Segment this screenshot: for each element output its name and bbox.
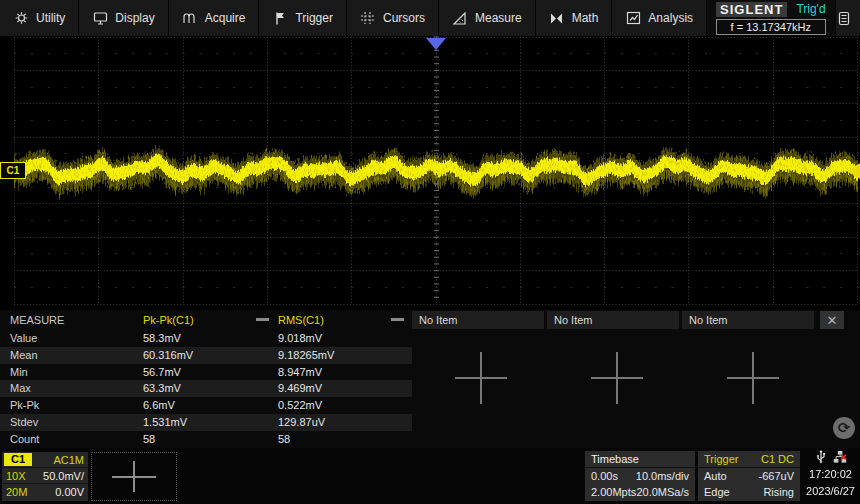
trigger-position-marker[interactable]	[426, 38, 446, 50]
stat-label: Max	[10, 382, 31, 394]
channel-volts-div: 50.0mV/	[43, 470, 84, 482]
channel-offset: 0.00V	[55, 486, 84, 498]
channel-attenuation: 10X	[6, 470, 26, 482]
trigger-source: C1 DC	[761, 453, 794, 465]
stat-value: 6.6mV	[143, 399, 175, 411]
channel-coupling: AC1M	[53, 454, 84, 466]
status-box: 17:20:02 2023/6/27	[802, 449, 859, 503]
stat-value: 1.531mV	[143, 416, 187, 428]
timebase-samplerate: 20.0MSa/s	[636, 486, 689, 498]
trigger-title: Trigger	[704, 453, 738, 465]
menu-display[interactable]: Display	[79, 0, 168, 36]
menu-label: Math	[572, 11, 599, 25]
stat-value: 9.469mV	[278, 382, 322, 394]
waveform-canvas	[0, 36, 860, 310]
reset-statistics-icon[interactable]: ⟳	[833, 417, 855, 439]
measure-col-rms[interactable]: RMS(C1)	[278, 311, 388, 329]
channel-offset-marker[interactable]: C1	[0, 162, 26, 179]
frequency-counter: f = 13.17347kHz	[716, 19, 826, 35]
timebase-scale: 10.0ms/div	[636, 470, 689, 482]
measure-col-pkpk[interactable]: Pk-Pk(C1)	[143, 311, 253, 329]
timebase-box[interactable]: Timebase 0.00s 10.0ms/div 2.00Mpts 20.0M…	[585, 451, 695, 501]
trigger-slope: Rising	[763, 486, 794, 498]
stat-label: Count	[10, 433, 39, 445]
channel-descriptor-box[interactable]: C1 AC1M 10X 50.0mV/ 20M 0.00V	[2, 452, 88, 501]
measure-col-empty[interactable]: No Item	[412, 311, 544, 329]
table-row: Min 56.7mV 8.947mV	[0, 364, 412, 381]
close-icon[interactable]: ✕	[820, 311, 844, 329]
trigger-type: Edge	[704, 486, 730, 498]
stat-value: 9.018mV	[278, 332, 322, 344]
channel-name-badge: C1	[4, 453, 32, 466]
stat-value: 58	[278, 433, 290, 445]
usb-icon	[815, 450, 827, 466]
measure-col-empty[interactable]: No Item	[547, 311, 679, 329]
channel-bandwidth: 20M	[6, 486, 27, 498]
menu-analysis[interactable]: Analysis	[612, 0, 707, 36]
add-measurement-button[interactable]	[727, 352, 779, 404]
stat-value: 58	[143, 433, 155, 445]
remove-measure-icon[interactable]	[391, 318, 404, 321]
clock-date: 2023/6/27	[802, 483, 859, 500]
menu-acquire[interactable]: Acquire	[169, 0, 260, 36]
stat-label: Stdev	[10, 416, 38, 428]
analysis-icon	[625, 10, 641, 26]
menu-utility[interactable]: Utility	[0, 0, 79, 36]
menu-cursors[interactable]: Cursors	[347, 0, 439, 36]
display-icon	[92, 10, 108, 26]
bottom-bar: C1 AC1M 10X 50.0mV/ 20M 0.00V Timebase 0…	[0, 448, 860, 504]
trigger-level-marker[interactable]	[848, 163, 860, 179]
table-row: Max 63.3mV 9.469mV	[0, 380, 412, 397]
table-row: Count 58 58	[0, 431, 412, 448]
stat-label: Mean	[10, 349, 38, 361]
table-row: Value 58.3mV 9.018mV	[0, 330, 412, 347]
stat-label: Value	[10, 332, 37, 344]
menu-label: Display	[115, 11, 154, 25]
add-measurement-button[interactable]	[455, 352, 507, 404]
measure-table: Value 58.3mV 9.018mV Mean 60.316mV 9.182…	[0, 330, 412, 448]
stat-value: 56.7mV	[143, 366, 181, 378]
acquire-icon	[182, 10, 198, 26]
timebase-title: Timebase	[591, 453, 639, 465]
table-row: Pk-Pk 6.6mV 0.522mV	[0, 397, 412, 414]
stat-value: 58.3mV	[143, 332, 181, 344]
trigger-box[interactable]: Trigger C1 DC Auto -667uV Edge Rising	[698, 451, 800, 501]
math-icon	[549, 10, 565, 26]
menu-math[interactable]: Math	[536, 0, 613, 36]
timebase-delay: 0.00s	[591, 470, 618, 482]
stat-value: 129.87uV	[278, 416, 325, 428]
channel-quick-button[interactable]: C1	[836, 0, 860, 36]
stat-value: 8.947mV	[278, 366, 322, 378]
table-row: Mean 60.316mV 9.18265mV	[0, 347, 412, 364]
brand-block: SIGLENT Trig'd f = 13.17347kHz	[707, 0, 836, 36]
menu-bar: Utility Display Acquire Trigger Cursors	[0, 0, 860, 36]
waveform-display-area[interactable]: C1	[0, 36, 860, 310]
menu-label: Trigger	[295, 11, 333, 25]
table-row: Stdev 1.531mV 129.87uV	[0, 414, 412, 431]
brand-logo: SIGLENT	[716, 2, 787, 17]
timebase-memdepth: 2.00Mpts	[591, 486, 636, 498]
stat-value: 9.18265mV	[278, 349, 334, 361]
add-measurement-button[interactable]	[591, 352, 643, 404]
add-channel-button[interactable]	[91, 452, 177, 501]
measure-title: MEASURE	[10, 314, 64, 326]
menu-measure[interactable]: Measure	[439, 0, 536, 36]
clock-time: 17:20:02	[802, 466, 859, 483]
stat-label: Min	[10, 366, 28, 378]
channel-list-icon	[836, 10, 852, 26]
measure-panel: MEASURE Pk-Pk(C1) RMS(C1) No Item No Ite…	[0, 310, 860, 448]
menu-label: Measure	[475, 11, 522, 25]
cursors-icon	[360, 10, 376, 26]
menu-trigger[interactable]: Trigger	[259, 0, 347, 36]
measure-col-empty[interactable]: No Item	[682, 311, 814, 329]
stat-label: Pk-Pk	[10, 399, 39, 411]
remove-measure-icon[interactable]	[256, 318, 269, 321]
stat-value: 63.3mV	[143, 382, 181, 394]
gear-icon	[13, 10, 29, 26]
lan-disconnected-icon	[833, 450, 847, 466]
menu-label: Cursors	[383, 11, 425, 25]
menu-label: Utility	[36, 11, 65, 25]
measure-icon	[452, 10, 468, 26]
oscilloscope-screen: Utility Display Acquire Trigger Cursors	[0, 0, 860, 504]
stat-value: 0.522mV	[278, 399, 322, 411]
